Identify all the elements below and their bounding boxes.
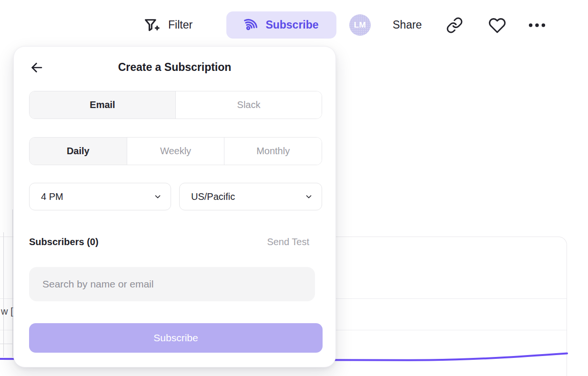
tab-monthly[interactable]: Monthly [224,138,322,165]
tab-weekly[interactable]: Weekly [127,138,224,165]
avatar-initials: LM [354,20,366,30]
chevron-down-icon [304,192,313,201]
timezone-select-value: US/Pacific [191,191,235,202]
tab-email[interactable]: Email [30,91,175,119]
dashboard-screen: w [ Filter Subscribe LM Share [0,0,588,376]
copy-link-button[interactable] [445,16,464,35]
filter-label: Filter [168,19,193,31]
tab-slack[interactable]: Slack [175,91,322,119]
ellipsis-icon [527,20,547,31]
clipped-background-text: w [ [1,306,13,317]
time-select[interactable]: 4 PM [29,183,171,210]
share-button[interactable]: Share [393,12,422,37]
favorite-button[interactable] [487,16,507,35]
create-subscription-modal: Create a Subscription Email Slack Daily … [13,46,336,367]
subscribers-heading: Subscribers (0) [29,237,99,247]
modal-title: Create a Subscription [14,61,335,74]
time-select-value: 4 PM [41,191,63,202]
background-axis-line [12,209,13,357]
subscribe-label: Subscribe [265,19,318,31]
subscribe-submit-button[interactable]: Subscribe [29,323,323,353]
channel-tabs: Email Slack [29,91,322,119]
background-row-divider [0,344,13,344]
link-icon [446,17,463,34]
filter-button[interactable]: Filter [143,12,193,37]
more-options-button[interactable] [527,16,547,35]
subscribe-button[interactable]: Subscribe [226,11,336,39]
background-column-divider [3,232,4,357]
chevron-down-icon [153,192,162,201]
tab-daily[interactable]: Daily [30,138,127,165]
subscriber-search-input[interactable] [29,267,315,301]
share-label: Share [393,19,422,31]
filter-plus-icon [143,17,161,33]
heart-icon [488,17,506,34]
frequency-tabs: Daily Weekly Monthly [29,137,322,165]
send-test-button[interactable]: Send Test [267,237,309,247]
timezone-select[interactable]: US/Pacific [179,183,322,210]
rss-icon [244,18,259,32]
avatar[interactable]: LM [349,14,371,36]
